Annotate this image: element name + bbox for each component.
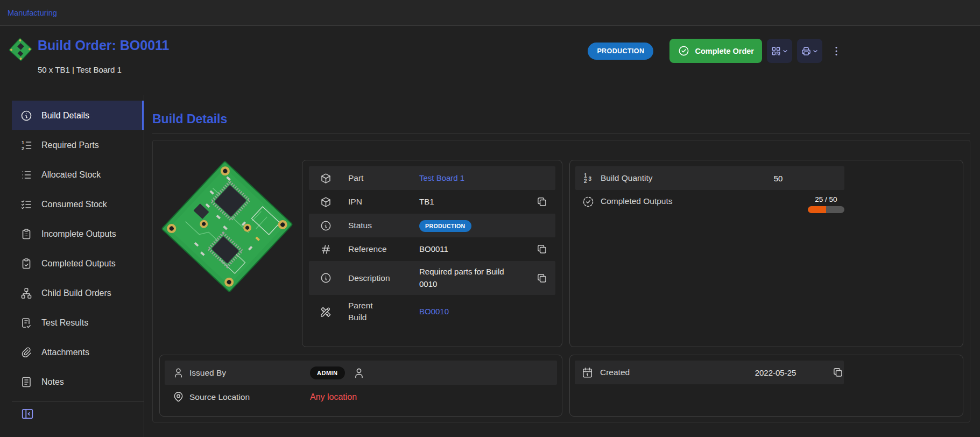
sidebar-item-incomplete-outputs[interactable]: Incomplete Outputs — [12, 219, 144, 249]
chevron-down-icon — [782, 48, 788, 54]
complete-order-button[interactable]: Complete Order — [669, 39, 762, 63]
left-column: Part Test Board 1 IPN TB1 — [159, 160, 562, 417]
sidebar-divider — [12, 401, 144, 401]
calendar-icon — [575, 366, 600, 379]
table-row-completed-outputs: Completed Outputs 25 / 50 — [575, 190, 844, 225]
qrcode-icon — [771, 46, 781, 57]
section-title: Build Details — [152, 112, 970, 126]
copy-icon — [832, 366, 844, 378]
print-actions-button[interactable] — [797, 39, 822, 63]
page-header: Build Order: BO0011 50 x TB1 | Test Boar… — [0, 26, 980, 95]
part-image[interactable] — [161, 160, 293, 293]
row-label: Created — [600, 366, 737, 378]
right-column: 123 Build Quantity 50 Completed Outputs … — [569, 160, 963, 417]
box-icon — [309, 196, 348, 208]
info-circle-icon — [309, 220, 348, 232]
numbers-123-icon: 123 — [575, 172, 601, 185]
admin-badge: ADMIN — [310, 366, 345, 379]
table-row-status: Status PRODUCTION — [309, 214, 555, 237]
clipboard-icon — [20, 228, 33, 241]
quantity-card: 123 Build Quantity 50 Completed Outputs … — [569, 160, 963, 347]
sidebar-collapse-icon — [20, 407, 34, 421]
table-row-issued-by: Issued By ADMIN — [165, 361, 557, 385]
sidebar-item-consumed-stock[interactable]: Consumed Stock — [12, 189, 144, 219]
sidebar-item-child-build-orders[interactable]: Child Build Orders — [12, 278, 144, 308]
build-order-page: Manufacturing Build Order: BO0011 50 x T… — [0, 0, 980, 437]
info-circle-icon — [20, 109, 33, 122]
tools-icon — [309, 306, 348, 318]
table-row-part: Part Test Board 1 — [309, 166, 555, 190]
sidebar-item-label: Attachments — [41, 348, 89, 357]
sidebar-item-label: Allocated Stock — [41, 170, 101, 180]
status-badge: PRODUCTION — [588, 43, 653, 60]
title-block: Build Order: BO0011 50 x TB1 | Test Boar… — [38, 26, 170, 74]
sidebar-item-required-parts[interactable]: 12 Required Parts — [12, 130, 144, 160]
file-check-icon — [20, 316, 33, 329]
copy-icon — [536, 196, 548, 208]
copy-button[interactable] — [536, 272, 548, 284]
sidebar-item-test-results[interactable]: Test Results — [12, 308, 144, 337]
issued-by-value: ADMIN — [310, 366, 365, 379]
part-link[interactable]: Test Board 1 — [419, 167, 504, 189]
row-value: BO0011 — [419, 238, 504, 260]
complete-order-label: Complete Order — [695, 47, 754, 55]
row-label: Description — [348, 272, 419, 284]
header-left: Build Order: BO0011 50 x TB1 | Test Boar… — [8, 26, 170, 74]
more-actions-button[interactable] — [829, 44, 844, 59]
sidebar-item-completed-outputs[interactable]: Completed Outputs — [12, 249, 144, 278]
svg-text:2: 2 — [584, 178, 587, 184]
sidebar-collapse-button[interactable] — [20, 407, 34, 421]
source-location-value: Any location — [310, 392, 357, 402]
sidebar-item-label: Consumed Stock — [41, 200, 107, 209]
row-label: Completed Outputs — [601, 195, 738, 207]
list-icon — [20, 168, 33, 181]
chevron-down-icon — [812, 48, 819, 54]
row-value: PRODUCTION — [419, 215, 504, 237]
map-pin-icon — [165, 391, 189, 403]
user-icon — [352, 366, 365, 379]
progress-label: 25 / 50 — [808, 195, 844, 203]
part-thumbnail-image[interactable] — [8, 37, 33, 62]
progress-bar — [808, 206, 844, 213]
page-body: Build Details 12 Required Parts Allocate… — [0, 95, 980, 437]
user-icon — [165, 366, 189, 379]
copy-button[interactable] — [536, 243, 548, 255]
dots-vertical-icon — [830, 45, 843, 58]
notes-icon — [20, 376, 33, 389]
hash-icon — [309, 243, 348, 256]
row-value: TB1 — [419, 191, 504, 213]
details-card: Part Test Board 1 IPN TB1 — [302, 160, 562, 347]
breadcrumb: Manufacturing — [0, 0, 980, 26]
header-actions: PRODUCTION Complete Order — [588, 39, 844, 63]
copy-icon — [536, 272, 548, 284]
table-row-build-quantity: 123 Build Quantity 50 — [575, 166, 844, 190]
box-icon — [309, 172, 348, 185]
list-check-icon — [20, 198, 33, 211]
printer-icon — [801, 46, 812, 57]
svg-text:3: 3 — [589, 176, 592, 182]
breadcrumb-link-manufacturing[interactable]: Manufacturing — [8, 9, 57, 17]
sidebar-item-attachments[interactable]: Attachments — [12, 337, 144, 367]
sidebar-item-build-details[interactable]: Build Details — [12, 101, 144, 130]
progress-check-icon — [575, 195, 601, 208]
completed-outputs-progress: 25 / 50 — [808, 195, 844, 213]
sidebar-item-notes[interactable]: Notes — [12, 367, 144, 397]
barcode-actions-button[interactable] — [767, 39, 792, 63]
main-panel: Build Details — [144, 95, 980, 437]
copy-button[interactable] — [832, 366, 844, 378]
part-image-box — [159, 160, 294, 347]
row-label: IPN — [348, 196, 419, 208]
table-row-parent-build: Parent Build BO0010 — [309, 295, 555, 328]
parent-build-link[interactable]: BO0010 — [419, 301, 504, 323]
sidebar-item-label: Child Build Orders — [41, 288, 111, 298]
copy-button[interactable] — [536, 196, 548, 208]
sitemap-icon — [20, 287, 33, 300]
table-row-source-location: Source Location Any location — [165, 385, 557, 409]
build-details-panel: Part Test Board 1 IPN TB1 — [152, 140, 970, 422]
list-numbers-icon: 12 — [20, 139, 33, 152]
details-row: Part Test Board 1 IPN TB1 — [159, 160, 562, 347]
sidebar-item-allocated-stock[interactable]: Allocated Stock — [12, 160, 144, 189]
copy-icon — [536, 243, 548, 255]
circle-check-icon — [678, 45, 690, 57]
sidebar-item-label: Notes — [41, 377, 64, 387]
